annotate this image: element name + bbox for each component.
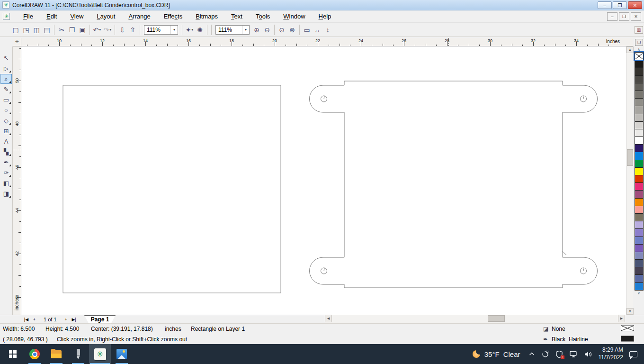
shape-tool[interactable]: ▷ xyxy=(0,64,12,73)
interactive-fill-tool[interactable]: ◨ xyxy=(0,189,12,199)
mounting-plate-outline[interactable] xyxy=(310,81,598,288)
taskbar-photos-button[interactable] xyxy=(111,344,133,364)
corel-online-button[interactable]: ✺ xyxy=(195,25,205,35)
export-button[interactable]: ⇧ xyxy=(127,25,138,35)
basic-shapes-tool[interactable]: ⊞ xyxy=(0,126,12,136)
palette-swatch[interactable] xyxy=(635,152,644,160)
zoom-levels-combo[interactable]: 111%▾ xyxy=(144,25,178,35)
horizontal-ruler[interactable]: inches 10121416182022242628303234 xyxy=(21,38,633,46)
outline-tool[interactable]: ✑ xyxy=(0,168,12,178)
chevron-down-icon[interactable]: ▾ xyxy=(99,25,101,35)
tray-network-icon[interactable] xyxy=(569,350,578,358)
zoom-to-all-objects-button[interactable]: ⊛ xyxy=(287,25,297,35)
notification-center-icon[interactable] xyxy=(629,351,637,357)
ruler-options-button[interactable]: ❒ xyxy=(635,39,643,46)
page-tab[interactable]: Page 1 xyxy=(84,315,116,323)
palette-swatch[interactable] xyxy=(635,129,644,137)
palette-swatch[interactable] xyxy=(635,182,644,191)
zoom-tool[interactable]: ⌕ xyxy=(0,74,12,84)
palette-scroll-down-icon[interactable]: ∨ xyxy=(634,291,644,297)
vertical-scrollbar[interactable]: ▲ ▼ xyxy=(626,46,633,315)
palette-swatch[interactable] xyxy=(635,114,644,122)
ruler-origin-button[interactable]: ✛ xyxy=(13,38,21,46)
horizontal-scrollbar[interactable]: ◀ ▶ xyxy=(325,315,625,323)
last-page-button[interactable]: ▶| xyxy=(71,316,78,323)
menu-text[interactable]: Text xyxy=(224,11,249,21)
vertical-scroll-thumb[interactable] xyxy=(627,149,633,166)
docker-button[interactable]: ▥ xyxy=(635,26,643,34)
rectangle-tool[interactable]: ▭ xyxy=(0,95,12,105)
taskbar-coreldraw-button[interactable]: ✳ xyxy=(89,344,111,364)
palette-swatch[interactable] xyxy=(635,144,644,152)
palette-swatch[interactable] xyxy=(635,259,644,267)
zoom-to-page-width-button[interactable]: ↔ xyxy=(312,25,322,35)
palette-swatch[interactable] xyxy=(635,106,644,114)
palette-swatch[interactable] xyxy=(635,198,644,206)
add-page-after-button[interactable]: + xyxy=(63,316,70,323)
zoom-in-button[interactable]: ⊕ xyxy=(251,25,262,35)
menu-window[interactable]: Window xyxy=(277,11,312,21)
menu-bitmaps[interactable]: Bitmaps xyxy=(189,11,224,21)
horizontal-scroll-thumb[interactable] xyxy=(488,315,505,322)
zoom-to-selected-button[interactable]: ⊙ xyxy=(277,25,287,35)
fill-tool[interactable]: ◧ xyxy=(0,178,12,188)
tray-chevron-icon[interactable] xyxy=(528,351,535,357)
taskbar-start-button[interactable] xyxy=(2,344,24,364)
document-minimize-button[interactable]: – xyxy=(607,12,617,21)
palette-swatch[interactable] xyxy=(635,175,644,183)
taskbar-pen-app-button[interactable] xyxy=(67,344,89,364)
polygon-tool[interactable]: ◇ xyxy=(0,116,12,126)
vertical-ruler[interactable]: inches 504846444240 xyxy=(13,46,21,315)
open-button[interactable]: ◳ xyxy=(21,25,31,35)
taskbar-clock[interactable]: 8:29 AM 11/7/2022 xyxy=(599,346,624,361)
menu-tools[interactable]: Tools xyxy=(249,11,277,21)
tray-volume-icon[interactable] xyxy=(584,351,592,358)
save-button[interactable]: ◫ xyxy=(31,25,42,35)
panel-rectangle[interactable] xyxy=(63,85,281,293)
palette-swatch[interactable] xyxy=(635,221,644,229)
menu-arrange[interactable]: Arrange xyxy=(122,11,157,21)
print-button[interactable]: ▤ xyxy=(42,25,52,35)
palette-swatch[interactable] xyxy=(635,167,644,175)
application-launcher-button[interactable]: ✦▾ xyxy=(184,25,195,35)
menu-effects[interactable]: Effects xyxy=(157,11,189,21)
ellipse-tool[interactable]: ○ xyxy=(0,105,12,115)
chevron-down-icon[interactable]: ▾ xyxy=(170,26,178,34)
palette-swatch[interactable] xyxy=(635,237,644,245)
copy-button[interactable]: ❐ xyxy=(67,25,77,35)
eyedropper-tool[interactable]: ✒ xyxy=(0,157,12,167)
chevron-down-icon[interactable]: ▾ xyxy=(191,25,193,35)
cut-button[interactable]: ✂ xyxy=(56,25,67,35)
document-close-button[interactable]: ✕ xyxy=(631,12,641,21)
zoom-to-page-height-button[interactable]: ↕ xyxy=(322,25,333,35)
weather-widget[interactable]: 35°F Clear xyxy=(472,350,520,358)
paste-button[interactable]: ▣ xyxy=(77,25,88,35)
palette-swatch[interactable] xyxy=(635,67,644,75)
add-page-before-button[interactable]: + xyxy=(31,316,38,323)
no-fill-swatch[interactable] xyxy=(635,52,644,60)
palette-swatch[interactable] xyxy=(635,160,644,168)
palette-swatch[interactable] xyxy=(635,267,644,275)
minimize-button[interactable]: – xyxy=(598,1,612,9)
scroll-up-button[interactable]: ▲ xyxy=(626,46,634,53)
palette-swatch[interactable] xyxy=(635,252,644,260)
palette-swatch[interactable] xyxy=(635,190,644,198)
taskbar-file-explorer-button[interactable] xyxy=(45,344,67,364)
tray-security-icon[interactable]: ! xyxy=(555,350,563,358)
scroll-right-button[interactable]: ▶ xyxy=(618,315,625,322)
chevron-down-icon[interactable]: ▾ xyxy=(242,26,249,34)
new-document-button[interactable]: ▢ xyxy=(10,25,21,35)
menu-layout[interactable]: Layout xyxy=(90,11,122,21)
edge-tick-line[interactable] xyxy=(563,251,566,255)
taskbar-chrome-button[interactable] xyxy=(24,344,45,364)
restore-button[interactable]: ❐ xyxy=(613,1,627,9)
close-button[interactable]: ✕ xyxy=(628,1,642,9)
zoom-to-page-button[interactable]: ▭ xyxy=(302,25,312,35)
palette-swatch[interactable] xyxy=(635,206,644,214)
menu-view[interactable]: View xyxy=(63,11,90,21)
palette-swatch[interactable] xyxy=(635,91,644,99)
zoom-out-button[interactable]: ⊖ xyxy=(262,25,272,35)
interactive-blend-tool[interactable]: ▚ xyxy=(0,147,12,157)
palette-swatch[interactable] xyxy=(635,282,644,291)
drawing-canvas[interactable] xyxy=(21,46,626,315)
